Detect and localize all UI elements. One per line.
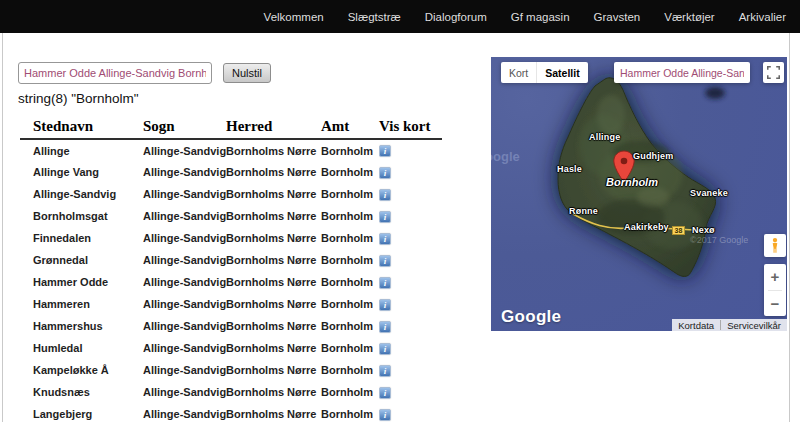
cell-vis-kort: i bbox=[379, 381, 442, 403]
vis-kort-info-icon[interactable]: i bbox=[379, 189, 391, 201]
vis-kort-info-icon[interactable]: i bbox=[379, 211, 391, 223]
map-type-satellit-button[interactable]: Satellit bbox=[536, 62, 587, 83]
nav-item-gravsten[interactable]: Gravsten bbox=[594, 11, 641, 23]
vis-kort-info-icon[interactable]: i bbox=[379, 343, 391, 355]
cell-sogn: Allinge-Sandvig bbox=[143, 293, 226, 315]
table-row: Allinge-Sandvig Allinge-Sandvig Bornholm… bbox=[20, 183, 442, 205]
cell-herred: Bornholms Nørre bbox=[226, 161, 321, 183]
cell-amt: Bornholm bbox=[321, 227, 379, 249]
pegman-button[interactable] bbox=[764, 234, 786, 257]
nav-item-gf-magasin[interactable]: Gf magasin bbox=[511, 11, 570, 23]
cell-vis-kort: i bbox=[379, 139, 442, 161]
cell-amt: Bornholm bbox=[321, 139, 379, 161]
cell-vis-kort: i bbox=[379, 249, 442, 271]
map-type-kort-button[interactable]: Kort bbox=[501, 62, 536, 83]
cell-herred: Bornholms Nørre bbox=[226, 249, 321, 271]
cell-vis-kort: i bbox=[379, 359, 442, 381]
table-row: Humledal Allinge-Sandvig Bornholms Nørre… bbox=[20, 337, 442, 359]
cell-herred: Bornholms Nørre bbox=[226, 271, 321, 293]
table-row: Allinge Vang Allinge-Sandvig Bornholms N… bbox=[20, 161, 442, 183]
copyright-watermark: ©2017 Google bbox=[690, 235, 748, 245]
cell-sogn: Allinge-Sandvig bbox=[143, 161, 226, 183]
cell-amt: Bornholm bbox=[321, 271, 379, 293]
map-type-toggle: Kort Satellit bbox=[501, 62, 588, 83]
cell-amt: Bornholm bbox=[321, 183, 379, 205]
zoom-in-button[interactable]: + bbox=[764, 264, 786, 290]
cell-stednavn: Allinge-Sandvig bbox=[20, 183, 143, 205]
places-table: Stednavn Sogn Herred Amt Vis kort Alling… bbox=[20, 115, 442, 422]
town-label-gudhjem: Gudhjem bbox=[633, 151, 673, 161]
vis-kort-info-icon[interactable]: i bbox=[379, 167, 391, 179]
cell-herred: Bornholms Nørre bbox=[226, 381, 321, 403]
cell-stednavn: Langebjerg bbox=[20, 403, 143, 422]
google-map[interactable]: Google ©2017 Google Allinge Gudhjem Hasl… bbox=[491, 57, 787, 331]
vis-kort-info-icon[interactable]: i bbox=[379, 277, 391, 289]
vis-kort-info-icon[interactable]: i bbox=[379, 255, 391, 267]
cell-sogn: Allinge-Sandvig bbox=[143, 359, 226, 381]
header-stednavn: Stednavn bbox=[20, 115, 143, 139]
cell-sogn: Allinge-Sandvig bbox=[143, 249, 226, 271]
reset-button[interactable]: Nulstil bbox=[223, 63, 271, 83]
cell-vis-kort: i bbox=[379, 161, 442, 183]
cell-sogn: Allinge-Sandvig bbox=[143, 271, 226, 293]
table-row: Bornholmsgat Allinge-Sandvig Bornholms N… bbox=[20, 205, 442, 227]
map-attribution: Kortdata Servicevilkår bbox=[672, 319, 787, 331]
cell-stednavn: Allinge Vang bbox=[20, 161, 143, 183]
cell-amt: Bornholm bbox=[321, 249, 379, 271]
content-frame: Nulstil string(8) "Bornholm" Stednavn So… bbox=[2, 33, 790, 422]
cell-stednavn: Hammeren bbox=[20, 293, 143, 315]
cell-stednavn: Grønnedal bbox=[20, 249, 143, 271]
town-label-aakirkeby: Aakirkeby bbox=[624, 222, 669, 232]
nav-list: VelkommenSlægtstræDialogforumGf magasinG… bbox=[264, 11, 786, 23]
cell-amt: Bornholm bbox=[321, 359, 379, 381]
header-amt: Amt bbox=[321, 115, 379, 139]
cell-sogn: Allinge-Sandvig bbox=[143, 205, 226, 227]
servicevilkar-link[interactable]: Servicevilkår bbox=[721, 320, 787, 331]
nav-item-slaegtstrae[interactable]: Slægtstræ bbox=[348, 11, 401, 23]
vis-kort-info-icon[interactable]: i bbox=[379, 387, 391, 399]
cell-vis-kort: i bbox=[379, 271, 442, 293]
town-label-nexo: Nexø bbox=[692, 225, 715, 235]
table-row: Langebjerg Allinge-Sandvig Bornholms Nør… bbox=[20, 403, 442, 422]
cell-vis-kort: i bbox=[379, 315, 442, 337]
nav-item-velkommen[interactable]: Velkommen bbox=[264, 11, 324, 23]
vis-kort-info-icon[interactable]: i bbox=[379, 299, 391, 311]
town-label-svaneke: Svaneke bbox=[690, 188, 728, 198]
cell-herred: Bornholms Nørre bbox=[226, 315, 321, 337]
cell-amt: Bornholm bbox=[321, 337, 379, 359]
vis-kort-info-icon[interactable]: i bbox=[379, 365, 391, 377]
table-row: Hammershus Allinge-Sandvig Bornholms Nør… bbox=[20, 315, 442, 337]
table-row: Hammeren Allinge-Sandvig Bornholms Nørre… bbox=[20, 293, 442, 315]
cell-vis-kort: i bbox=[379, 293, 442, 315]
nav-item-arkivalier[interactable]: Arkivalier bbox=[739, 11, 786, 23]
nav-item-vaerktoejer[interactable]: Værktøjer bbox=[664, 11, 714, 23]
cell-amt: Bornholm bbox=[321, 403, 379, 422]
zoom-out-button[interactable]: − bbox=[764, 291, 786, 317]
cell-amt: Bornholm bbox=[321, 293, 379, 315]
vis-kort-info-icon[interactable]: i bbox=[379, 233, 391, 245]
cell-amt: Bornholm bbox=[321, 161, 379, 183]
fullscreen-icon bbox=[767, 66, 780, 79]
kortdata-link[interactable]: Kortdata bbox=[672, 320, 720, 331]
cell-stednavn: Finnedalen bbox=[20, 227, 143, 249]
cell-herred: Bornholms Nørre bbox=[226, 139, 321, 161]
top-navbar: VelkommenSlægtstræDialogforumGf magasinG… bbox=[0, 0, 800, 33]
page: VelkommenSlægtstræDialogforumGf magasinG… bbox=[0, 0, 800, 422]
pegman-icon bbox=[767, 236, 783, 255]
table-row: Allinge Allinge-Sandvig Bornholms Nørre … bbox=[20, 139, 442, 161]
cell-vis-kort: i bbox=[379, 183, 442, 205]
vis-kort-info-icon[interactable]: i bbox=[379, 409, 391, 421]
table-row: Grønnedal Allinge-Sandvig Bornholms Nørr… bbox=[20, 249, 442, 271]
google-watermark: Google bbox=[491, 149, 520, 164]
cell-amt: Bornholm bbox=[321, 205, 379, 227]
cell-stednavn: Humledal bbox=[20, 337, 143, 359]
cell-sogn: Allinge-Sandvig bbox=[143, 381, 226, 403]
vis-kort-info-icon[interactable]: i bbox=[379, 321, 391, 333]
cell-stednavn: Bornholmsgat bbox=[20, 205, 143, 227]
map-search-input[interactable] bbox=[614, 62, 750, 83]
cell-vis-kort: i bbox=[379, 227, 442, 249]
place-search-input[interactable] bbox=[18, 62, 212, 84]
fullscreen-button[interactable] bbox=[763, 62, 784, 83]
nav-item-dialogforum[interactable]: Dialogforum bbox=[425, 11, 487, 23]
vis-kort-info-icon[interactable]: i bbox=[379, 145, 391, 157]
